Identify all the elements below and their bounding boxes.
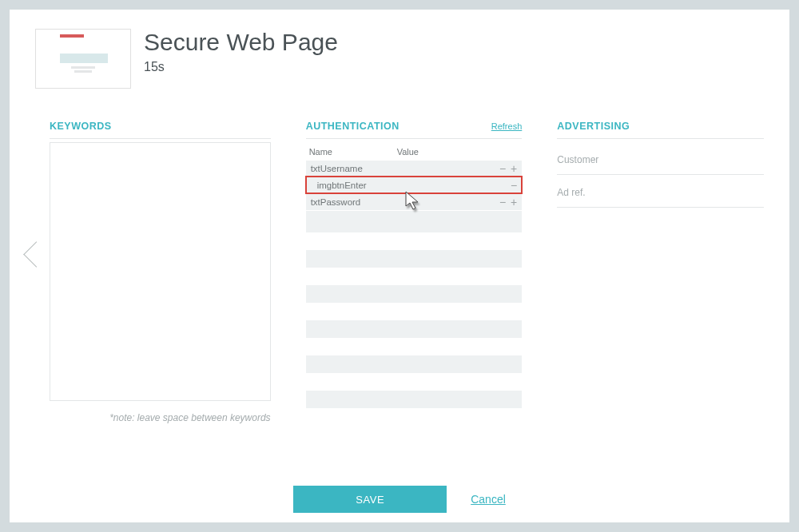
keywords-input[interactable] xyxy=(50,142,271,401)
settings-panel: Secure Web Page 15s KEYWORDS *note: leav… xyxy=(10,10,789,522)
row-actions: − xyxy=(511,180,517,191)
title-block: Secure Web Page 15s xyxy=(144,29,338,74)
auth-row-name: txtUsername xyxy=(311,164,394,173)
placeholder-row xyxy=(306,250,523,268)
col-name-header: Name xyxy=(309,147,397,157)
auth-row[interactable]: txtPassword−+ xyxy=(306,193,523,210)
save-button[interactable]: SAVE xyxy=(293,486,447,513)
plus-icon[interactable]: + xyxy=(511,163,517,174)
auth-row-name: txtPassword xyxy=(311,197,394,207)
minus-icon[interactable]: − xyxy=(511,180,517,191)
advertising-section: ADVERTISING CustomerAd ref. xyxy=(557,121,764,423)
header: Secure Web Page 15s xyxy=(35,29,764,89)
keywords-title: KEYWORDS xyxy=(50,121,271,139)
duration-label: 15s xyxy=(144,60,338,74)
col-value-header: Value xyxy=(397,147,519,157)
auth-table-header: Name Value xyxy=(306,142,523,160)
authentication-section: AUTHENTICATION Refresh Name Value txtUse… xyxy=(306,121,523,423)
auth-placeholders xyxy=(306,250,523,408)
footer: SAVE Cancel xyxy=(10,486,789,513)
auth-empty-row xyxy=(306,210,523,232)
columns: KEYWORDS *note: leave space between keyw… xyxy=(35,121,764,423)
auth-table: Name Value txtUsername−+imgbtnEnter−txtP… xyxy=(306,142,523,232)
auth-row[interactable]: txtUsername−+ xyxy=(306,160,523,177)
advertising-field[interactable]: Ad ref. xyxy=(557,175,764,208)
refresh-link[interactable]: Refresh xyxy=(491,121,523,131)
minus-icon[interactable]: − xyxy=(499,197,506,208)
placeholder-row xyxy=(306,320,523,338)
keywords-section: KEYWORDS *note: leave space between keyw… xyxy=(50,121,271,423)
auth-row[interactable]: imgbtnEnter− xyxy=(306,177,523,193)
auth-title: AUTHENTICATION xyxy=(306,121,400,132)
cancel-link[interactable]: Cancel xyxy=(471,493,506,506)
page-thumbnail[interactable] xyxy=(35,29,131,89)
keywords-note: *note: leave space between keywords xyxy=(50,412,271,423)
page-title: Secure Web Page xyxy=(144,29,338,55)
advertising-field-label: Customer xyxy=(557,154,598,165)
advertising-title: ADVERTISING xyxy=(557,121,764,139)
placeholder-row xyxy=(306,285,523,303)
plus-icon[interactable]: + xyxy=(511,197,517,208)
row-actions: −+ xyxy=(499,163,517,174)
advertising-field[interactable]: Customer xyxy=(557,142,764,175)
chevron-left-icon[interactable] xyxy=(24,237,42,272)
placeholder-row xyxy=(306,391,523,408)
minus-icon[interactable]: − xyxy=(499,163,506,174)
placeholder-row xyxy=(306,355,523,373)
row-actions: −+ xyxy=(499,197,517,208)
auth-row-name: imgbtnEnter xyxy=(317,181,400,190)
advertising-field-label: Ad ref. xyxy=(557,187,585,198)
